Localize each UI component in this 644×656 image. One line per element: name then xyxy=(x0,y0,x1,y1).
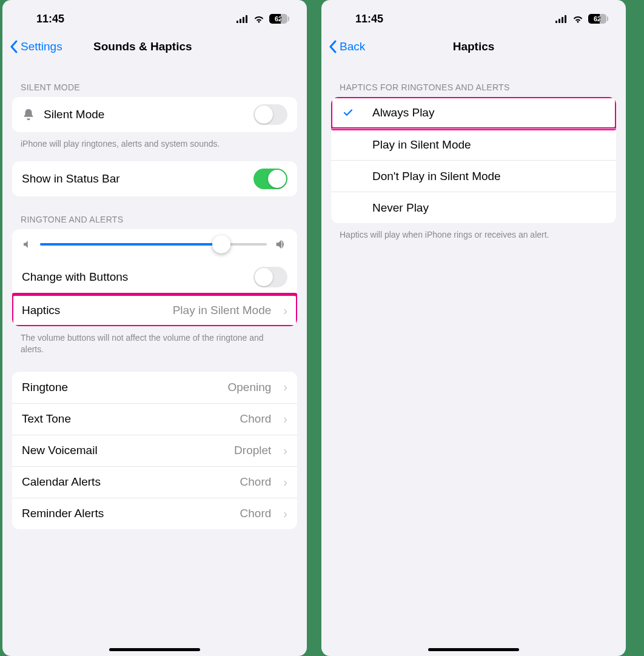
option-label: Don't Play in Silent Mode xyxy=(372,170,606,183)
nav-bar: Settings Sounds & Haptics xyxy=(2,32,307,62)
page-title: Haptics xyxy=(321,40,626,53)
option-always-play[interactable]: Always Play xyxy=(331,97,616,129)
volume-low-icon xyxy=(22,239,33,250)
sound-label: Calendar Alerts xyxy=(22,475,232,489)
volume-slider[interactable] xyxy=(40,243,267,246)
row-volume-slider[interactable] xyxy=(12,229,297,259)
section-header-haptics: HAPTICS FOR RINGTONES AND ALERTS xyxy=(331,62,616,97)
sound-value: Chord xyxy=(240,475,272,489)
change-buttons-label: Change with Buttons xyxy=(22,270,245,284)
haptics-label: Haptics xyxy=(22,304,164,317)
option-never-play[interactable]: Never Play xyxy=(331,192,616,223)
volume-high-icon xyxy=(274,238,287,251)
status-bar: 11:45 62 xyxy=(2,0,307,32)
status-time: 11:45 xyxy=(355,13,383,25)
sound-label: Ringtone xyxy=(22,381,219,394)
cellular-signal-icon xyxy=(555,15,568,23)
option-label: Always Play xyxy=(372,106,606,119)
sound-label: Reminder Alerts xyxy=(22,507,232,520)
wifi-icon xyxy=(253,15,265,23)
nav-bar: Back Haptics xyxy=(321,32,626,62)
option-play-in-silent-mode[interactable]: Play in Silent Mode xyxy=(331,129,616,160)
back-button[interactable]: Settings xyxy=(10,40,62,53)
silent-mode-toggle[interactable] xyxy=(253,104,287,125)
sound-value: Chord xyxy=(240,412,272,426)
bell-icon xyxy=(22,108,35,121)
haptics-value: Play in Silent Mode xyxy=(173,304,272,317)
group-ringtone-alerts: Change with Buttons Haptics Play in Sile… xyxy=(12,229,297,326)
status-right: 62 xyxy=(555,14,606,24)
row-show-status-bar[interactable]: Show in Status Bar xyxy=(12,161,297,196)
status-time: 11:45 xyxy=(36,13,64,25)
option-don-t-play-in-silent-mode[interactable]: Don't Play in Silent Mode xyxy=(331,160,616,192)
chevron-right-icon: › xyxy=(283,304,287,318)
chevron-left-icon xyxy=(10,40,18,53)
chevron-right-icon: › xyxy=(283,507,287,521)
row-sound-new-voicemail[interactable]: New VoicemailDroplet› xyxy=(12,435,297,466)
sound-value: Chord xyxy=(240,507,272,520)
show-status-label: Show in Status Bar xyxy=(22,172,245,186)
svg-rect-3 xyxy=(246,15,247,23)
phone-sounds-haptics: 11:45 62 Settings Sounds & Haptics SILEN… xyxy=(2,0,307,656)
back-button[interactable]: Back xyxy=(329,40,365,53)
svg-rect-4 xyxy=(555,21,557,23)
checkmark-icon xyxy=(341,107,355,118)
battery-icon: 62 xyxy=(588,14,606,24)
cellular-signal-icon xyxy=(236,15,249,23)
home-indicator[interactable] xyxy=(428,648,519,651)
phone-haptics-detail: 11:45 62 Back Haptics HAPTICS FOR RINGTO… xyxy=(321,0,626,656)
sound-value: Droplet xyxy=(234,444,271,457)
haptics-footer: Haptics will play when iPhone rings or r… xyxy=(331,223,616,241)
svg-rect-2 xyxy=(243,17,244,23)
ringtone-footer: The volume buttons will not affect the v… xyxy=(12,326,297,356)
row-sound-reminder-alerts[interactable]: Reminder AlertsChord› xyxy=(12,498,297,529)
option-label: Never Play xyxy=(372,201,606,215)
sound-value: Opening xyxy=(227,381,271,394)
row-sound-ringtone[interactable]: RingtoneOpening› xyxy=(12,372,297,403)
group-sounds: RingtoneOpening›Text ToneChord›New Voice… xyxy=(12,372,297,529)
svg-rect-1 xyxy=(240,19,241,23)
chevron-right-icon: › xyxy=(283,475,287,489)
chevron-right-icon: › xyxy=(283,412,287,426)
chevron-left-icon xyxy=(329,40,337,53)
group-show-status: Show in Status Bar xyxy=(12,161,297,196)
group-silent-mode: Silent Mode xyxy=(12,97,297,132)
home-indicator[interactable] xyxy=(109,648,200,651)
sound-label: Text Tone xyxy=(22,412,232,426)
status-right: 62 xyxy=(236,14,287,24)
silent-mode-footer: iPhone will play ringtones, alerts and s… xyxy=(12,132,297,150)
back-label: Back xyxy=(340,40,365,53)
status-bar: 11:45 62 xyxy=(321,0,626,32)
row-change-with-buttons[interactable]: Change with Buttons xyxy=(12,259,297,295)
row-sound-text-tone[interactable]: Text ToneChord› xyxy=(12,403,297,435)
section-header-silent: SILENT MODE xyxy=(12,62,297,97)
row-silent-mode[interactable]: Silent Mode xyxy=(12,97,297,132)
content-scroll[interactable]: HAPTICS FOR RINGTONES AND ALERTS Always … xyxy=(321,62,626,656)
chevron-right-icon: › xyxy=(283,380,287,394)
slider-thumb[interactable] xyxy=(212,235,230,253)
content-scroll[interactable]: SILENT MODE Silent Mode iPhone will play… xyxy=(2,62,307,656)
battery-icon: 62 xyxy=(269,14,287,24)
row-haptics[interactable]: Haptics Play in Silent Mode › xyxy=(12,295,297,326)
svg-rect-0 xyxy=(236,21,238,23)
group-haptics-options: Always PlayPlay in Silent ModeDon't Play… xyxy=(331,97,616,223)
section-header-ringtone: RINGTONE AND ALERTS xyxy=(12,196,297,229)
option-label: Play in Silent Mode xyxy=(372,138,606,152)
svg-rect-5 xyxy=(558,19,560,23)
silent-mode-label: Silent Mode xyxy=(44,108,245,121)
change-buttons-toggle[interactable] xyxy=(253,267,287,287)
wifi-icon xyxy=(572,15,584,23)
back-label: Settings xyxy=(21,40,62,53)
show-status-toggle[interactable] xyxy=(253,169,287,189)
chevron-right-icon: › xyxy=(283,444,287,458)
row-sound-calendar-alerts[interactable]: Calendar AlertsChord› xyxy=(12,466,297,498)
svg-rect-6 xyxy=(562,17,563,23)
sound-label: New Voicemail xyxy=(22,444,226,457)
svg-rect-7 xyxy=(565,15,566,23)
